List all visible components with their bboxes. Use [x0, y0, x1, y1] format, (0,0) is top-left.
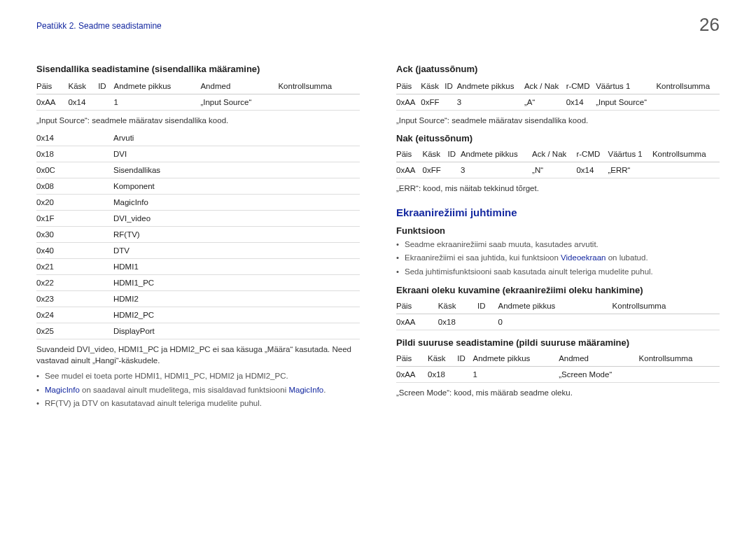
- th: Kontrollsumma: [639, 351, 720, 367]
- th: r-CMD: [576, 146, 608, 162]
- cell: 0x14: [566, 94, 596, 111]
- cell: HDMI2: [113, 291, 360, 307]
- ack-title: Ack (jaatussõnum): [396, 64, 720, 74]
- cell: 1: [114, 94, 201, 111]
- cell: „Input Source“: [596, 94, 656, 111]
- cell: [639, 366, 720, 382]
- cell: Arvuti: [113, 130, 360, 146]
- th: Päis: [396, 78, 421, 94]
- cell: DVI_video: [113, 211, 360, 227]
- th-pais: Päis: [36, 78, 68, 94]
- cell: 0x1F: [36, 211, 113, 227]
- cell: 0x08: [36, 178, 113, 195]
- cell: HDMI1_PC: [113, 275, 360, 291]
- source-codes-table: 0x14Arvuti 0x18DVI 0x0CSisendallikas 0x0…: [36, 130, 360, 339]
- cell: „Screen Mode“: [559, 366, 638, 382]
- cell: 0xAA: [396, 162, 423, 178]
- left-column: Sisendallika seadistamine (sisendallika …: [36, 64, 360, 412]
- table-row: 0x0CSisendallikas: [36, 162, 360, 178]
- th: ID: [477, 298, 498, 314]
- text: .: [323, 386, 326, 394]
- cell: [656, 94, 720, 111]
- table-row: 0x24HDMI2_PC: [36, 307, 360, 323]
- th: Andmete pikkus: [472, 351, 559, 367]
- table-row: 0x40DTV: [36, 243, 360, 259]
- th: Päis: [396, 351, 428, 367]
- magicinfo-link: MagicInfo: [45, 386, 80, 394]
- table-row: 0x21HDMI1: [36, 259, 360, 275]
- cell: 0xFF: [423, 162, 448, 178]
- cell: 1: [472, 366, 559, 382]
- th: ID: [447, 146, 460, 162]
- th: Ack / Nak: [532, 146, 576, 162]
- cell: 0x18: [36, 146, 113, 162]
- cell: 0: [498, 314, 612, 330]
- cell: 0xFF: [421, 94, 444, 111]
- th-andmete-pikkus: Andmete pikkus: [114, 78, 201, 94]
- th-kontrollsumma: Kontrollsumma: [278, 78, 360, 94]
- th: Kontrollsumma: [652, 146, 720, 162]
- page-header: Peatükk 2. Seadme seadistamine 26: [36, 21, 720, 36]
- th: Ack / Nak: [524, 78, 566, 94]
- page-number: 26: [699, 14, 720, 36]
- th: Andmete pikkus: [457, 78, 524, 94]
- set-screen-title: Pildi suuruse seadistamine (pildi suurus…: [396, 337, 720, 348]
- table-row: 0xAA 0xFF 3 „N“ 0x14 „ERR“: [396, 162, 720, 178]
- th: Andmed: [559, 351, 638, 367]
- cell: „Input Source“: [200, 94, 278, 111]
- cell: DTV: [113, 243, 360, 259]
- cell: 0xAA: [396, 94, 421, 111]
- list-item: See mudel ei toeta porte HDMI1, HDMI1_PC…: [36, 370, 360, 382]
- breadcrumb: Peatükk 2. Seadme seadistamine: [36, 21, 162, 31]
- cell: 0x0C: [36, 162, 113, 178]
- table-row: 0xAA 0x18 1 „Screen Mode“: [396, 366, 720, 382]
- table-row: 0x20MagicInfo: [36, 195, 360, 211]
- cell: 0x14: [36, 130, 113, 146]
- cell: [447, 162, 460, 178]
- cell: [457, 366, 472, 382]
- cell: [652, 162, 720, 178]
- cell: 0x14: [68, 94, 98, 111]
- cell: 0x18: [428, 366, 457, 382]
- th-kask: Käsk: [68, 78, 98, 94]
- screen-mode-title: Ekraanirežiimi juhtimine: [396, 206, 720, 218]
- table-row: 0xAA 0xFF 3 „A“ 0x14 „Input Source“: [396, 94, 720, 111]
- th: Käsk: [423, 146, 448, 162]
- table-row: 0xAA 0x18 0: [396, 314, 720, 330]
- list-item: Ekraanirežiimi ei saa juhtida, kui funkt…: [396, 252, 720, 264]
- list-item: MagicInfo on saadaval ainult mudelitega,…: [36, 384, 360, 396]
- ack-note: „Input Source“: seadmele määratav sisend…: [396, 115, 720, 126]
- table-row: 0x22HDMI1_PC: [36, 275, 360, 291]
- table-row: 0x25DisplayPort: [36, 323, 360, 339]
- cell: [444, 94, 456, 111]
- table-row: 0x1FDVI_video: [36, 211, 360, 227]
- get-screen-title: Ekraani oleku kuvamine (ekraanirežiimi o…: [396, 285, 720, 295]
- cell: 0x18: [438, 314, 477, 330]
- list-item: RF(TV) ja DTV on kasutatavad ainult tele…: [36, 398, 360, 409]
- cell: DisplayPort: [113, 323, 360, 339]
- get-screen-table: Päis Käsk ID Andmete pikkus Kontrollsumm…: [396, 298, 720, 330]
- cell: „A“: [524, 94, 566, 111]
- dvi-note: Suvandeid DVI_video, HDMI1_PC ja HDMI2_P…: [36, 344, 360, 366]
- nak-title: Nak (eitussõnum): [396, 133, 720, 143]
- cell: Komponent: [113, 178, 360, 195]
- videoekraan-link: Videoekraan: [561, 253, 606, 262]
- table-row: 0xAA 0x14 1 „Input Source“: [36, 94, 360, 111]
- cell: 0x40: [36, 243, 113, 259]
- right-column: Ack (jaatussõnum) Päis Käsk ID Andmete p…: [396, 64, 720, 412]
- set-screen-note: „Screen Mode“: kood, mis määrab seadme o…: [396, 387, 720, 398]
- cell: 0x25: [36, 323, 113, 339]
- cell: 0x21: [36, 259, 113, 275]
- cell: [278, 94, 360, 111]
- th: Andmete pikkus: [461, 146, 532, 162]
- text: on lubatud.: [606, 253, 648, 262]
- ack-table: Päis Käsk ID Andmete pikkus Ack / Nak r-…: [396, 78, 720, 111]
- cell: 0x22: [36, 275, 113, 291]
- th: Andmete pikkus: [498, 298, 612, 314]
- table-row: 0x08Komponent: [36, 178, 360, 195]
- th: Päis: [396, 298, 438, 314]
- cell: „ERR“: [608, 162, 652, 178]
- cell: DVI: [113, 146, 360, 162]
- list-item: Seadme ekraanirežiimi saab muuta, kasuta…: [396, 239, 720, 251]
- cell: RF(TV): [113, 227, 360, 243]
